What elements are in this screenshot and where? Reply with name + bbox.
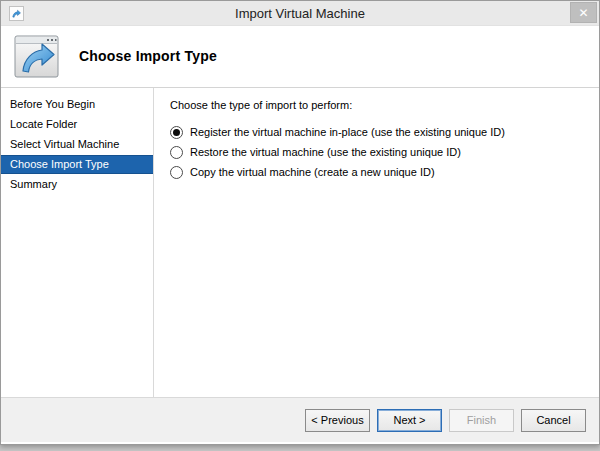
sidebar-item-before-you-begin[interactable]: Before You Begin bbox=[1, 95, 153, 114]
wizard-body: Before You Begin Locate Folder Select Vi… bbox=[1, 88, 599, 397]
sidebar-item-summary[interactable]: Summary bbox=[1, 175, 153, 194]
radio-register-in-place[interactable] bbox=[170, 126, 183, 139]
window-title: Import Virtual Machine bbox=[1, 1, 599, 26]
previous-button[interactable]: < Previous bbox=[305, 409, 370, 432]
radio-copy[interactable] bbox=[170, 166, 183, 179]
import-type-instruction: Choose the type of import to perform: bbox=[170, 98, 579, 112]
wizard-header: Choose Import Type bbox=[1, 26, 599, 88]
wizard-window-arrow-icon bbox=[14, 35, 59, 82]
import-virtual-machine-dialog: Import Virtual Machine ✕ bbox=[0, 0, 600, 445]
cancel-button[interactable]: Cancel bbox=[521, 409, 586, 432]
sidebar-item-select-virtual-machine[interactable]: Select Virtual Machine bbox=[1, 135, 153, 154]
wizard-footer: < Previous Next > Finish Cancel bbox=[1, 397, 599, 442]
option-copy[interactable]: Copy the virtual machine (create a new u… bbox=[170, 162, 579, 182]
titlebar[interactable]: Import Virtual Machine ✕ bbox=[1, 1, 599, 26]
option-restore[interactable]: Restore the virtual machine (use the exi… bbox=[170, 142, 579, 162]
finish-button: Finish bbox=[449, 409, 514, 432]
sidebar-item-locate-folder[interactable]: Locate Folder bbox=[1, 115, 153, 134]
close-icon[interactable]: ✕ bbox=[570, 2, 597, 23]
option-label[interactable]: Restore the virtual machine (use the exi… bbox=[190, 142, 461, 162]
page-title: Choose Import Type bbox=[79, 48, 217, 64]
radio-restore[interactable] bbox=[170, 146, 183, 159]
option-register-in-place[interactable]: Register the virtual machine in-place (u… bbox=[170, 122, 579, 142]
wizard-steps-sidebar: Before You Begin Locate Folder Select Vi… bbox=[1, 88, 154, 397]
option-label[interactable]: Copy the virtual machine (create a new u… bbox=[190, 162, 435, 182]
app-arrow-icon bbox=[9, 6, 24, 21]
option-label[interactable]: Register the virtual machine in-place (u… bbox=[190, 122, 505, 142]
wizard-content: Choose the type of import to perform: Re… bbox=[154, 88, 599, 397]
next-button[interactable]: Next > bbox=[377, 409, 442, 432]
sidebar-item-choose-import-type[interactable]: Choose Import Type bbox=[1, 155, 153, 174]
